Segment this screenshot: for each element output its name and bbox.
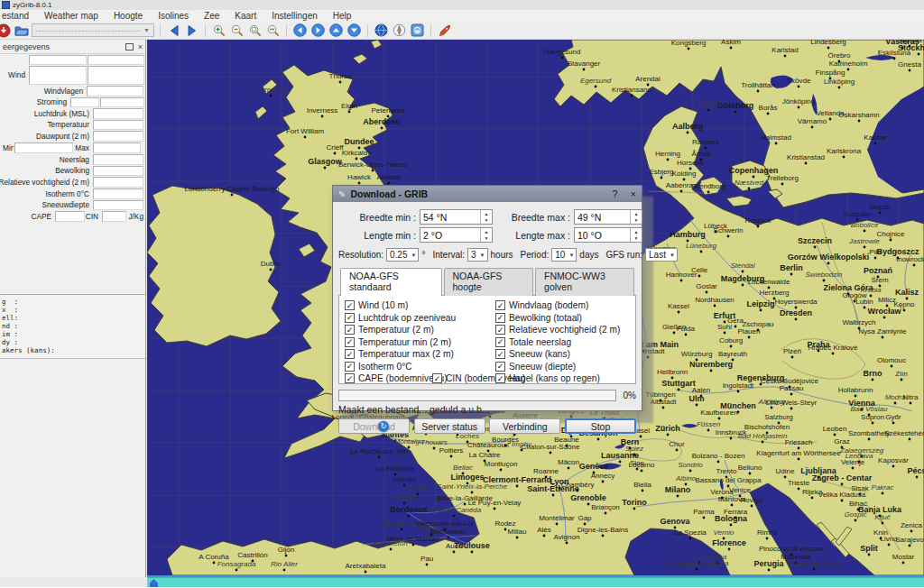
map-city-label: Belluno — [738, 464, 762, 472]
value-cell — [93, 131, 143, 142]
lon-min-spinbox[interactable]: 2 °O▲▼ — [420, 227, 493, 243]
map-city-dot — [706, 291, 708, 294]
map-city-dot — [689, 470, 692, 473]
tab-noaa-gfs-hoogte[interactable]: NOAA-GFS hoogte — [444, 268, 534, 296]
lat-min-spinbox[interactable]: 54 °N▲▼ — [420, 209, 493, 225]
compass-icon[interactable] — [392, 23, 407, 38]
checkbox-sneeuw-kans-[interactable]: ✓Sneeuw (kans) — [495, 348, 620, 361]
interval-combo[interactable]: 3▼ — [467, 248, 488, 262]
spin-arrows-icon[interactable]: ▲▼ — [480, 210, 492, 224]
grib-download-icon[interactable] — [0, 23, 11, 38]
checkbox-relatieve-vochtigheid-2-m-[interactable]: ✓Relatieve vochtigheid (2 m) — [495, 324, 620, 336]
gfsrun-combo[interactable]: Last▼ — [645, 248, 678, 262]
earth-view-icon[interactable] — [410, 23, 425, 38]
pan-left-icon[interactable] — [292, 23, 308, 38]
map-city-dot — [403, 502, 406, 505]
map-city-dot — [707, 109, 710, 112]
zoom-in-icon[interactable] — [211, 23, 226, 38]
prev-icon[interactable] — [166, 23, 181, 38]
map-city-dot — [766, 537, 769, 540]
map-city-dot — [789, 386, 791, 389]
verbinding-button[interactable]: Verbinding — [489, 418, 560, 434]
dock-close-icon[interactable]: × — [138, 44, 143, 50]
dialog-help-icon[interactable]: ? — [612, 188, 617, 199]
pan-up-icon[interactable] — [328, 23, 344, 38]
checkbox-wind-10-m-[interactable]: ✓Wind (10 m) — [345, 299, 495, 312]
checkbox-temperatuur-min-2-m-[interactable]: ✓Temperatuur min (2 m) — [345, 336, 495, 349]
map-city-dot — [888, 544, 891, 547]
parameters-panel: ✓Wind (10 m)✓Luchtdruk op zeeniveau✓Temp… — [338, 295, 636, 384]
dialog-close-icon[interactable]: × — [631, 188, 636, 199]
pan-down-icon[interactable] — [346, 23, 362, 38]
map-city-dot — [270, 95, 273, 97]
spin-arrows-icon[interactable]: ▲▼ — [630, 210, 642, 224]
console-line: nd : — [2, 322, 145, 330]
menu-item-hoogte[interactable]: Hoogte — [114, 11, 143, 21]
map-city-dot — [838, 87, 841, 89]
server-status-button[interactable]: Server status — [414, 418, 485, 434]
map-city-dot — [790, 408, 793, 410]
map-city-dot — [717, 461, 720, 464]
tab-fnmoc-ww3-golven[interactable]: FNMOC-WW3 golven — [535, 268, 634, 296]
map-city-label: Pinocchio di Ancona — [759, 545, 825, 553]
checkbox-isotherm-0-c[interactable]: ✓Isotherm 0°C — [345, 361, 495, 373]
checkbox-cape-bodemniveau-[interactable]: ✓CAPE (bodemniveau) — [345, 372, 432, 385]
gfsrun-label: GFS run: — [605, 250, 642, 260]
map-city-dot — [700, 251, 703, 253]
map-city-dot — [595, 86, 597, 88]
lon-max-spinbox[interactable]: 10 °O▲▼ — [574, 227, 642, 243]
checkbox-sneeuw-diepte-[interactable]: ✓Sneeuw (diepte) — [495, 361, 620, 373]
menu-item-weather-map[interactable]: Weather map — [44, 11, 98, 21]
menu-item-estand[interactable]: estand — [2, 11, 29, 21]
map-city-label: Trelleborg — [766, 174, 799, 182]
map-city-label: Füssen — [697, 420, 721, 428]
resolution-combo[interactable]: 0.25▼ — [386, 248, 419, 262]
map-city-dot — [909, 69, 911, 72]
globe-icon[interactable] — [374, 23, 389, 38]
checkbox-windvlaag-bodem-[interactable]: ✓Windvlaag (bodem) — [495, 299, 620, 312]
tab-noaa-gfs-standaard[interactable]: NOAA-GFS standaard — [340, 268, 442, 296]
dialog-titlebar[interactable]: ✎ Download - GRIB ? × — [333, 186, 642, 202]
menu-item-instellingen[interactable]: Instellingen — [272, 11, 318, 21]
spin-arrows-icon[interactable]: ▲▼ — [480, 228, 492, 242]
map-city-label: Millau — [508, 528, 527, 536]
open-file-icon[interactable] — [14, 23, 29, 38]
checkbox-hagel-kans-op-regen-[interactable]: ✓Hagel (kans op regen) — [495, 372, 600, 385]
map-city-label: Brive-la-Gaillarde — [437, 494, 493, 502]
console-line: x : — [2, 306, 145, 314]
map-city-label: Bordeaux — [390, 505, 428, 514]
period-label: Period: — [521, 250, 550, 260]
checkbox-temperatuur-2-m-[interactable]: ✓Temperatuur (2 m) — [345, 324, 495, 336]
rocket-icon[interactable] — [437, 23, 452, 38]
pan-right-icon[interactable] — [310, 23, 326, 38]
checkbox-temperatuur-max-2-m-[interactable]: ✓Temperatuur max (2 m) — [345, 348, 495, 361]
toolbar-separator — [430, 24, 431, 37]
menu-item-isolines[interactable]: Isolines — [158, 11, 189, 21]
checkbox-totale-neerslag[interactable]: ✓Totale neerslag — [495, 336, 620, 349]
grib-file-combo[interactable]: --------------------------------▼ — [32, 23, 154, 37]
lat-max-spinbox[interactable]: 49 °N▲▼ — [574, 209, 642, 225]
zoom-out-icon[interactable] — [229, 23, 245, 38]
map-city-dot — [874, 257, 877, 260]
dock-float-icon[interactable] — [125, 43, 134, 51]
checkbox-luchtdruk-op-zeeniveau[interactable]: ✓Luchtdruk op zeeniveau — [345, 312, 495, 325]
map-city-label: Aalen — [692, 386, 710, 394]
checkbox-bewolking-totaal-[interactable]: ✓Bewolking (totaal) — [495, 312, 620, 325]
stop-button[interactable]: Stop — [565, 418, 636, 434]
next-icon[interactable] — [184, 23, 199, 38]
period-combo[interactable]: 10▼ — [551, 248, 577, 262]
checkbox-cin-bodemniveau-[interactable]: ✓CIN (bodemniveau) — [432, 372, 495, 385]
map-city-label: Nitra — [903, 393, 919, 401]
zoom-fit-icon[interactable] — [265, 23, 281, 38]
map-city-dot — [872, 422, 874, 425]
map-city-dot — [324, 167, 327, 170]
menu-item-help[interactable]: Help — [333, 11, 352, 21]
menu-item-kaart[interactable]: Kaart — [235, 11, 256, 21]
zoom-selection-icon[interactable] — [247, 23, 263, 38]
timeline-slider[interactable] — [147, 577, 924, 587]
map-city-dot — [304, 136, 307, 139]
map-city-dot — [718, 418, 721, 420]
map-city-dot — [513, 434, 516, 436]
spin-arrows-icon[interactable]: ▲▼ — [630, 228, 642, 242]
menu-item-zee[interactable]: Zee — [204, 11, 219, 21]
